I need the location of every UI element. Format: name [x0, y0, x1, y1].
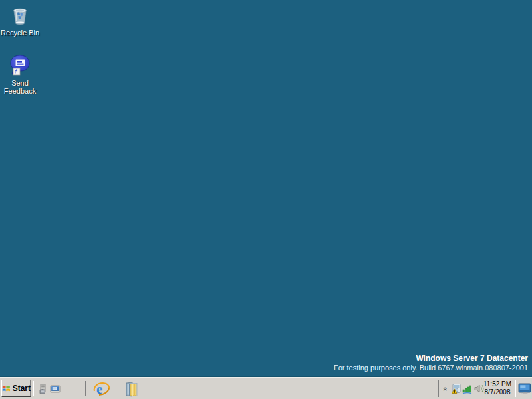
start-button[interactable]: Start	[1, 380, 31, 397]
desktop: Recycle Bin Send Feedback Windows Server…	[0, 0, 532, 399]
windows-flag-icon	[2, 384, 11, 394]
network-icon[interactable]	[462, 383, 473, 394]
start-button-label: Start	[13, 384, 31, 393]
taskbar-button-windows-explorer[interactable]	[122, 380, 142, 398]
server-manager-icon	[38, 384, 49, 394]
tray-chevron-button[interactable]: «	[442, 383, 450, 394]
windows-explorer-icon	[124, 380, 141, 398]
quick-launch-server-manager[interactable]	[37, 382, 50, 396]
taskbar-button-internet-explorer[interactable]: e	[92, 380, 112, 398]
internet-explorer-icon: e	[93, 380, 110, 398]
show-desktop-icon	[50, 384, 61, 394]
display-icon[interactable]	[518, 382, 531, 395]
desktop-icon-recycle-bin[interactable]: Recycle Bin	[0, 4, 41, 37]
quick-launch-handle[interactable]	[33, 381, 35, 396]
desktop-icon-label: Recycle Bin	[0, 29, 41, 37]
taskbar-separator	[85, 381, 86, 396]
tray-divider-2	[515, 380, 516, 397]
watermark-build: For testing purposes only. Build 6767.wi…	[334, 363, 528, 372]
clock-date: 8/7/2008	[481, 388, 513, 396]
desktop-icon-label: Send Feedback	[0, 79, 41, 95]
quick-launch-show-desktop[interactable]	[49, 382, 62, 396]
watermark-edition: Windows Server 7 Datacenter	[334, 354, 528, 363]
desktop-icon-send-feedback[interactable]: Send Feedback	[0, 55, 41, 95]
taskbar: Start	[0, 377, 532, 399]
update-warning-icon[interactable]	[451, 383, 462, 394]
chevron-up-icon: «	[442, 386, 449, 390]
recycle-bin-icon	[9, 4, 31, 27]
clock-time: 11:52 PM	[481, 380, 513, 388]
build-watermark: Windows Server 7 Datacenter For testing …	[334, 354, 528, 372]
tray-clock[interactable]: 11:52 PM 8/7/2008	[481, 380, 513, 397]
send-feedback-icon	[9, 55, 31, 77]
tray-divider	[438, 380, 440, 397]
